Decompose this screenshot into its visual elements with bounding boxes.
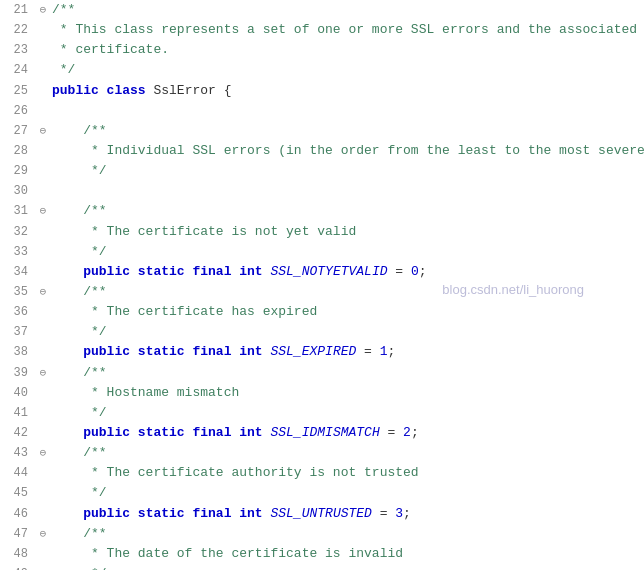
code-token: * The date of the certificate is invalid bbox=[52, 546, 403, 561]
code-token: */ bbox=[52, 62, 75, 77]
code-token: least bbox=[458, 143, 497, 158]
code-token: class represents a set of one or more SS… bbox=[107, 22, 497, 37]
code-token: final bbox=[192, 264, 239, 279]
code-token: */ bbox=[52, 405, 107, 420]
code-line: 46⊖ public static final int SSL_UNTRUSTE… bbox=[0, 504, 644, 524]
line-number: 36 bbox=[0, 303, 36, 322]
code-content: */ bbox=[50, 60, 644, 80]
code-line: 31⊖ /** bbox=[0, 201, 644, 221]
line-number: 24 bbox=[0, 61, 36, 80]
fold-icon[interactable]: ⊖ bbox=[36, 2, 50, 19]
code-content: public static final int SSL_UNTRUSTED = … bbox=[50, 504, 644, 524]
code-line: 45⊖ */ bbox=[0, 483, 644, 503]
code-line: 42⊖ public static final int SSL_IDMISMAT… bbox=[0, 423, 644, 443]
code-token: 1 bbox=[380, 344, 388, 359]
code-line: 21⊖/** bbox=[0, 0, 644, 20]
code-token: public bbox=[83, 344, 138, 359]
code-line: 49⊖ */ bbox=[0, 564, 644, 570]
code-token: ; bbox=[419, 264, 427, 279]
code-line: 33⊖ */ bbox=[0, 242, 644, 262]
code-token: public bbox=[83, 264, 138, 279]
fold-icon[interactable]: ⊖ bbox=[36, 445, 50, 462]
code-token: */ bbox=[52, 485, 107, 500]
code-token: { bbox=[216, 83, 232, 98]
fold-icon[interactable]: ⊖ bbox=[36, 526, 50, 543]
code-token: SslError bbox=[153, 83, 215, 98]
code-line: 34⊖ public static final int SSL_NOTYETVA… bbox=[0, 262, 644, 282]
code-token: * Hostname mismatch bbox=[52, 385, 239, 400]
code-content: public static final int SSL_NOTYETVALID … bbox=[50, 262, 644, 282]
code-token: public bbox=[83, 425, 138, 440]
line-number: 38 bbox=[0, 343, 36, 362]
code-token: * The certificate is not yet valid bbox=[52, 224, 356, 239]
code-content: */ bbox=[50, 403, 644, 423]
code-line: 32⊖ * The certificate is not yet valid bbox=[0, 222, 644, 242]
fold-icon[interactable]: ⊖ bbox=[36, 203, 50, 220]
fold-icon[interactable]: ⊖ bbox=[36, 284, 50, 301]
line-number: 23 bbox=[0, 41, 36, 60]
code-token bbox=[52, 425, 83, 440]
line-number: 33 bbox=[0, 243, 36, 262]
line-number: 30 bbox=[0, 182, 36, 201]
line-number: 35 bbox=[0, 283, 36, 302]
code-token: This bbox=[75, 22, 106, 37]
line-number: 22 bbox=[0, 21, 36, 40]
code-token: SSL_NOTYETVALID bbox=[270, 264, 387, 279]
code-content: /** bbox=[50, 363, 644, 383]
code-token: final bbox=[192, 506, 239, 521]
code-token: */ bbox=[52, 244, 107, 259]
code-line: 24⊖ */ bbox=[0, 60, 644, 80]
code-token: */ bbox=[52, 324, 107, 339]
code-content: * This class represents a set of one or … bbox=[50, 20, 644, 40]
code-token: * Individual SSL errors (in the order fr… bbox=[52, 143, 458, 158]
code-content: /** bbox=[50, 0, 644, 20]
code-token: int bbox=[239, 425, 270, 440]
code-content bbox=[50, 181, 644, 201]
code-content: * The certificate authority is not trust… bbox=[50, 463, 644, 483]
code-line: 47⊖ /** bbox=[0, 524, 644, 544]
code-token bbox=[52, 264, 83, 279]
code-container: blog.csdn.net/li_huorong 21⊖/**22⊖ * Thi… bbox=[0, 0, 644, 570]
code-line: 37⊖ */ bbox=[0, 322, 644, 342]
code-content: /** bbox=[50, 201, 644, 221]
fold-icon[interactable]: ⊖ bbox=[36, 123, 50, 140]
code-content: public static final int SSL_EXPIRED = 1; bbox=[50, 342, 644, 362]
line-number: 39 bbox=[0, 364, 36, 383]
code-line: 22⊖ * This class represents a set of one… bbox=[0, 20, 644, 40]
code-content: */ bbox=[50, 564, 644, 570]
code-line: 38⊖ public static final int SSL_EXPIRED … bbox=[0, 342, 644, 362]
code-token: static bbox=[138, 344, 193, 359]
code-token: static bbox=[138, 264, 193, 279]
code-content bbox=[50, 101, 644, 121]
code-token: = bbox=[388, 264, 411, 279]
code-line: 29⊖ */ bbox=[0, 161, 644, 181]
code-line: 41⊖ */ bbox=[0, 403, 644, 423]
line-number: 49 bbox=[0, 565, 36, 570]
code-token: * The certificate authority is not trust… bbox=[52, 465, 419, 480]
code-line: 28⊖ * Individual SSL errors (in the orde… bbox=[0, 141, 644, 161]
code-content: * The date of the certificate is invalid bbox=[50, 544, 644, 564]
line-number: 28 bbox=[0, 142, 36, 161]
code-content: /** bbox=[50, 443, 644, 463]
line-number: 45 bbox=[0, 484, 36, 503]
code-content: public static final int SSL_IDMISMATCH =… bbox=[50, 423, 644, 443]
code-token: int bbox=[239, 264, 270, 279]
line-number: 44 bbox=[0, 464, 36, 483]
line-number: 34 bbox=[0, 263, 36, 282]
line-number: 41 bbox=[0, 404, 36, 423]
code-token: * The certificate has expired bbox=[52, 304, 317, 319]
code-token: /** bbox=[52, 203, 107, 218]
code-token: ; bbox=[403, 506, 411, 521]
fold-icon[interactable]: ⊖ bbox=[36, 365, 50, 382]
code-token: 2 bbox=[403, 425, 411, 440]
code-content: * The certificate has expired bbox=[50, 302, 644, 322]
code-content: * Hostname mismatch bbox=[50, 383, 644, 403]
code-token: final bbox=[192, 344, 239, 359]
code-line: 44⊖ * The certificate authority is not t… bbox=[0, 463, 644, 483]
code-token: /** bbox=[52, 526, 107, 541]
line-number: 40 bbox=[0, 384, 36, 403]
code-token: 3 bbox=[395, 506, 403, 521]
code-token: static bbox=[138, 506, 193, 521]
code-token: /** bbox=[52, 365, 107, 380]
code-token: * certificate. bbox=[52, 42, 169, 57]
